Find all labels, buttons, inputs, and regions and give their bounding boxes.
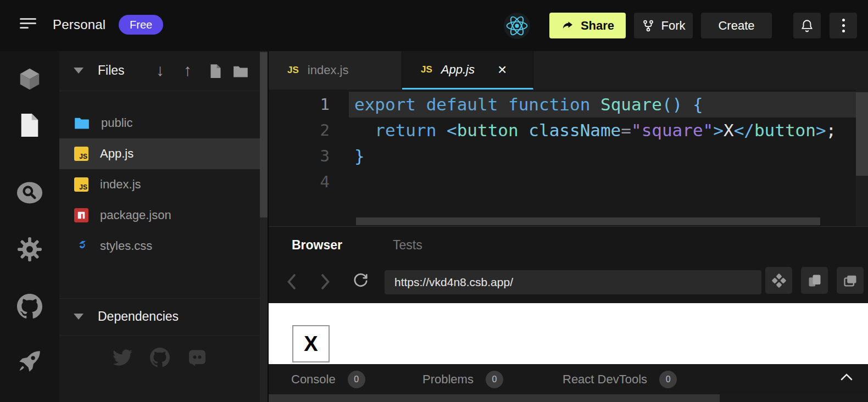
code-line[interactable]: 3} [269,143,868,169]
upload-icon[interactable]: ↑ [183,60,192,80]
workspace-name: Personal [53,17,105,32]
line-number: 3 [269,143,349,169]
tab-browser[interactable]: Browser [292,238,342,253]
devtools-bar: Console 0 Problems 0 React DevTools 0 [269,364,868,394]
create-label: Create [718,19,754,33]
tab-tests[interactable]: Tests [393,238,422,253]
settings-gear-icon[interactable] [16,236,43,263]
folder-icon [74,116,90,130]
twitter-icon[interactable] [113,348,132,367]
close-tab-icon[interactable]: × [498,64,507,75]
discord-icon[interactable] [187,348,207,367]
problems-tab[interactable]: Problems 0 [422,364,503,394]
explorer-scrollbar [260,51,268,402]
editor-vscrollbar-thumb[interactable] [856,92,868,176]
line-number: 2 [269,118,349,143]
files-section-title: Files [98,63,125,78]
editor-tabbar: JS index.js JS App.js × [269,51,868,90]
line-number: 1 [269,92,349,118]
social-links [59,348,260,367]
forward-icon[interactable] [320,273,332,290]
fork-button[interactable]: Fork [634,13,693,38]
react-logo-icon[interactable] [504,13,530,39]
share-label: Share [581,19,614,33]
create-button[interactable]: Create [701,13,772,38]
tab-appjs[interactable]: JS App.js × [402,51,533,90]
top-header: Personal Free Share Fork Create [0,0,868,51]
square-button[interactable]: X [292,325,330,362]
file-row-indexjs[interactable]: JS index.js [59,169,260,200]
back-icon[interactable] [285,273,297,290]
files-panel-icon[interactable] [16,112,43,138]
js-file-icon: JS [74,147,88,161]
open-external-icon[interactable] [837,267,864,294]
count-badge: 0 [486,371,503,388]
editor-vscrollbar [856,90,868,226]
js-file-icon: JS [74,177,88,192]
fork-label: Fork [661,19,686,33]
code-line[interactable]: 4 [269,169,868,195]
duplicate-preview-icon[interactable] [801,267,828,294]
notifications-button[interactable] [793,13,821,38]
new-file-icon[interactable] [209,64,222,79]
github-icon[interactable] [16,293,43,320]
file-list: public JS App.js JS index.js package.jso… [59,108,260,261]
plan-badge[interactable]: Free [119,15,163,35]
bottom-scrollbar-thumb[interactable] [269,394,720,402]
refresh-icon[interactable] [352,272,369,289]
count-badge: 0 [348,371,365,388]
npm-icon [74,208,88,222]
qr-share-icon[interactable] [765,267,792,294]
file-row-packagejson[interactable]: package.json [59,200,260,231]
dependencies-section-header: Dependencies [59,298,260,336]
share-button[interactable]: Share [549,13,626,38]
browser-pane: Browser Tests [269,226,868,303]
explorer-scrollbar-thumb[interactable] [260,52,268,217]
activity-rail [0,51,59,402]
chevron-up-icon[interactable] [840,372,853,381]
file-row-public[interactable]: public [59,108,260,138]
fork-icon [642,19,655,32]
code-editor[interactable]: 1export default function Square() {2 ret… [269,90,868,226]
sandbox-cube-icon[interactable] [16,66,43,92]
css-icon [74,239,88,253]
more-options-button[interactable] [830,13,857,38]
main-area: JS index.js JS App.js × 1export default … [269,51,868,402]
bell-icon [800,19,814,33]
new-folder-icon[interactable] [233,65,248,78]
react-devtools-tab[interactable]: React DevTools 0 [563,364,677,394]
code-line[interactable]: 2 return <button className="square">X</b… [269,118,868,143]
js-file-icon: JS [287,65,299,76]
download-icon[interactable]: ↓ [156,60,164,80]
share-arrow-icon [561,19,574,32]
js-file-icon: JS [421,64,432,75]
file-row-appjs[interactable]: JS App.js [59,138,260,169]
search-icon[interactable] [16,180,43,206]
files-section-header: Files ↓ ↑ [59,51,260,91]
code-line[interactable]: 1export default function Square() { [269,92,868,118]
rocket-icon[interactable] [16,348,43,375]
line-number: 4 [269,169,349,195]
github-icon[interactable] [150,348,170,367]
collapse-chevron-icon[interactable] [74,314,84,320]
url-input[interactable] [385,270,761,294]
tab-indexjs[interactable]: JS index.js [269,51,402,90]
hamburger-menu-icon[interactable] [20,18,36,32]
browser-preview: X [269,303,868,364]
editor-hscrollbar-thumb[interactable] [356,217,820,225]
dependencies-title: Dependencies [98,309,179,324]
console-tab[interactable]: Console 0 [291,364,365,394]
bottom-scrollbar [269,394,868,402]
count-badge: 0 [659,371,677,388]
file-explorer: Files ↓ ↑ public JS App.js JS index.js p… [59,51,260,402]
collapse-chevron-icon[interactable] [74,68,84,74]
code-lines: 1export default function Square() {2 ret… [269,92,868,195]
file-row-stylescss[interactable]: styles.css [59,231,260,261]
